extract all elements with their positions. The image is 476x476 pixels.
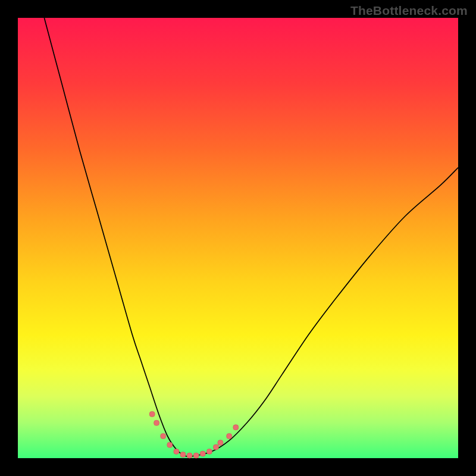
marker-point xyxy=(193,453,199,458)
marker-point xyxy=(233,425,239,430)
highlight-markers xyxy=(149,412,239,459)
marker-point xyxy=(214,444,219,450)
watermark-text: TheBottleneck.com xyxy=(350,4,468,18)
plot-area xyxy=(18,18,458,458)
marker-point xyxy=(161,434,166,439)
marker-point xyxy=(200,451,205,456)
marker-point xyxy=(206,449,212,454)
marker-point xyxy=(149,412,155,417)
marker-point xyxy=(154,420,159,425)
marker-point xyxy=(180,452,186,458)
marker-point xyxy=(218,440,223,446)
marker-point xyxy=(174,449,179,454)
marker-point xyxy=(227,434,232,439)
marker-point xyxy=(187,453,192,458)
marker-point xyxy=(167,442,173,447)
chart-svg xyxy=(18,18,458,458)
chart-frame: TheBottleneck.com xyxy=(0,0,476,476)
bottleneck-curve xyxy=(44,18,458,456)
